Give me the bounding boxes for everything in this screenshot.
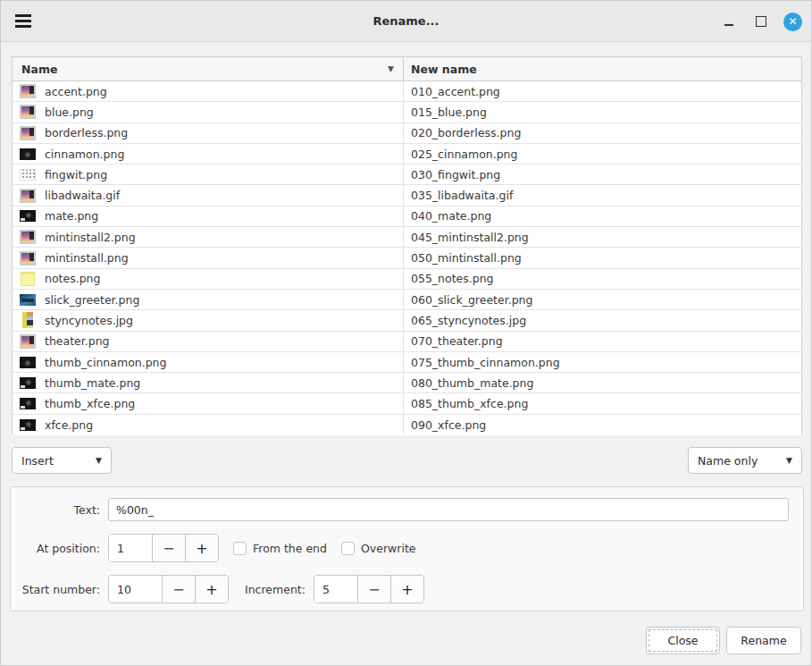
- file-thumbnail-wrap: [18, 230, 38, 244]
- file-thumbnail-wrap: [18, 210, 38, 222]
- table-row[interactable]: xfce.png 090_xfce.png: [13, 415, 801, 435]
- file-name-cell: thumb_mate.png: [13, 373, 404, 392]
- file-thumbnail-wrap: [18, 272, 38, 286]
- file-thumbnail-wrap: [18, 105, 38, 119]
- minimize-button[interactable]: [719, 12, 739, 31]
- close-window-button[interactable]: ✕: [783, 13, 802, 31]
- column-header-name[interactable]: Name ▼: [13, 57, 404, 80]
- table-row[interactable]: accent.png 010_accent.png: [13, 81, 801, 102]
- file-new-name-cell: 020_borderless.png: [404, 126, 801, 139]
- file-new-name: 025_cinnamon.png: [411, 148, 517, 161]
- file-new-name: 015_blue.png: [411, 105, 487, 119]
- menu-icon[interactable]: [15, 14, 31, 28]
- table-row[interactable]: borderless.png 020_borderless.png: [13, 123, 801, 144]
- table-row[interactable]: thumb_mate.png 080_thumb_mate.png: [13, 373, 801, 393]
- start-number-value[interactable]: 10: [109, 576, 162, 603]
- file-name: accent.png: [45, 85, 107, 98]
- at-position-value[interactable]: 1: [109, 535, 152, 561]
- from-the-end-label: From the end: [253, 542, 327, 555]
- increment-plus-button[interactable]: +: [390, 576, 423, 603]
- file-name: mate.png: [45, 209, 98, 223]
- increment-label: Increment:: [245, 583, 306, 596]
- chevron-down-icon: ▼: [96, 456, 102, 465]
- maximize-button[interactable]: [751, 12, 771, 31]
- rename-dialog-window: Rename... ✕ Name ▼ New name accent.png: [0, 0, 812, 666]
- file-name-cell: mintinstall2.png: [13, 227, 404, 247]
- file-name: fingwit.png: [45, 168, 107, 181]
- file-name: thumb_mate.png: [45, 376, 140, 390]
- table-row[interactable]: thumb_cinnamon.png 075_thumb_cinnamon.pn…: [13, 352, 801, 373]
- file-name: cinnamon.png: [45, 148, 124, 161]
- file-thumbnail-icon: [20, 84, 36, 98]
- table-row[interactable]: mintinstall.png 050_mintinstall.png: [13, 248, 801, 268]
- file-new-name: 060_slick_greeter.png: [411, 293, 532, 307]
- file-thumbnail-wrap: [18, 357, 38, 368]
- operation-dropdown[interactable]: Insert ▼: [12, 447, 112, 474]
- file-name-cell: mate.png: [13, 207, 404, 226]
- file-name: borderless.png: [45, 126, 128, 139]
- file-name-cell: cinnamon.png: [13, 144, 404, 164]
- numbering-row: Start number: 10 − + Increment: 5 − +: [11, 575, 424, 603]
- scope-dropdown[interactable]: Name only ▼: [688, 447, 802, 474]
- file-thumbnail-wrap: [18, 251, 38, 266]
- start-number-plus-button[interactable]: +: [195, 576, 228, 603]
- table-row[interactable]: notes.png 055_notes.png: [13, 269, 801, 290]
- file-thumbnail-wrap: [18, 334, 38, 349]
- table-row[interactable]: mate.png 040_mate.png: [13, 207, 801, 227]
- table-row[interactable]: fingwit.png 030_fingwit.png: [13, 164, 801, 185]
- file-thumbnail-wrap: [18, 398, 38, 409]
- file-new-name-cell: 065_styncynotes.jpg: [404, 314, 801, 327]
- file-thumbnail-icon: [22, 312, 33, 328]
- file-thumbnail-icon: [20, 334, 36, 349]
- from-the-end-checkbox[interactable]: From the end: [233, 542, 327, 555]
- file-thumbnail-icon: [20, 419, 36, 431]
- increment-minus-button[interactable]: −: [357, 576, 390, 603]
- overwrite-checkbox[interactable]: Overwrite: [341, 542, 416, 555]
- file-new-name: 090_xfce.png: [411, 418, 486, 432]
- at-position-plus-button[interactable]: +: [185, 535, 218, 561]
- file-thumbnail-wrap: [18, 126, 38, 140]
- text-option-row: Text:: [11, 498, 789, 521]
- table-header: Name ▼ New name: [13, 57, 801, 81]
- file-thumbnail-wrap: [18, 419, 38, 431]
- file-name: slick_greeter.png: [45, 293, 139, 307]
- file-thumbnail-wrap: [18, 148, 38, 160]
- file-name-cell: blue.png: [13, 102, 404, 122]
- table-row[interactable]: styncynotes.jpg 065_styncynotes.jpg: [13, 310, 801, 331]
- file-thumbnail-wrap: [18, 312, 38, 328]
- file-new-name: 035_libadwaita.gif: [411, 189, 513, 202]
- file-thumbnail-icon: [20, 210, 36, 222]
- file-new-name-cell: 075_thumb_cinnamon.png: [404, 356, 801, 369]
- increment-value[interactable]: 5: [314, 576, 357, 603]
- file-new-name-cell: 045_mintinstall2.png: [404, 231, 801, 244]
- start-number-minus-button[interactable]: −: [162, 576, 195, 603]
- text-input[interactable]: [108, 498, 789, 521]
- file-thumbnail-icon: [20, 377, 36, 389]
- file-new-name-cell: 070_theater.png: [404, 334, 801, 348]
- file-name-cell: mintinstall.png: [13, 248, 404, 267]
- file-name-cell: accent.png: [13, 81, 404, 101]
- scope-dropdown-label: Name only: [698, 454, 758, 468]
- at-position-minus-button[interactable]: −: [152, 535, 185, 561]
- chevron-down-icon: ▼: [786, 456, 792, 465]
- table-row[interactable]: blue.png 015_blue.png: [13, 102, 801, 122]
- table-row[interactable]: thumb_xfce.png 085_thumb_xfce.png: [13, 393, 801, 414]
- file-thumbnail-icon: [20, 398, 36, 409]
- rename-button[interactable]: Rename: [726, 627, 801, 654]
- file-thumbnail-icon: [20, 294, 36, 306]
- close-button[interactable]: Close: [646, 627, 720, 654]
- checkbox-icon: [233, 542, 247, 555]
- file-thumbnail-icon: [20, 251, 36, 266]
- table-row[interactable]: slick_greeter.png 060_slick_greeter.png: [13, 290, 801, 310]
- table-row[interactable]: mintinstall2.png 045_mintinstall2.png: [13, 227, 801, 248]
- table-row[interactable]: libadwaita.gif 035_libadwaita.gif: [13, 185, 801, 206]
- file-name-cell: fingwit.png: [13, 164, 404, 184]
- file-name: thumb_cinnamon.png: [45, 356, 166, 369]
- file-new-name: 080_thumb_mate.png: [411, 376, 533, 390]
- column-header-new-name[interactable]: New name: [404, 57, 801, 80]
- table-row[interactable]: theater.png 070_theater.png: [13, 332, 801, 352]
- rename-preview-table: Name ▼ New name accent.png 010_accent.pn…: [12, 56, 802, 434]
- table-row[interactable]: cinnamon.png 025_cinnamon.png: [13, 144, 801, 164]
- file-new-name: 045_mintinstall2.png: [411, 231, 529, 244]
- file-new-name: 065_styncynotes.jpg: [411, 314, 526, 327]
